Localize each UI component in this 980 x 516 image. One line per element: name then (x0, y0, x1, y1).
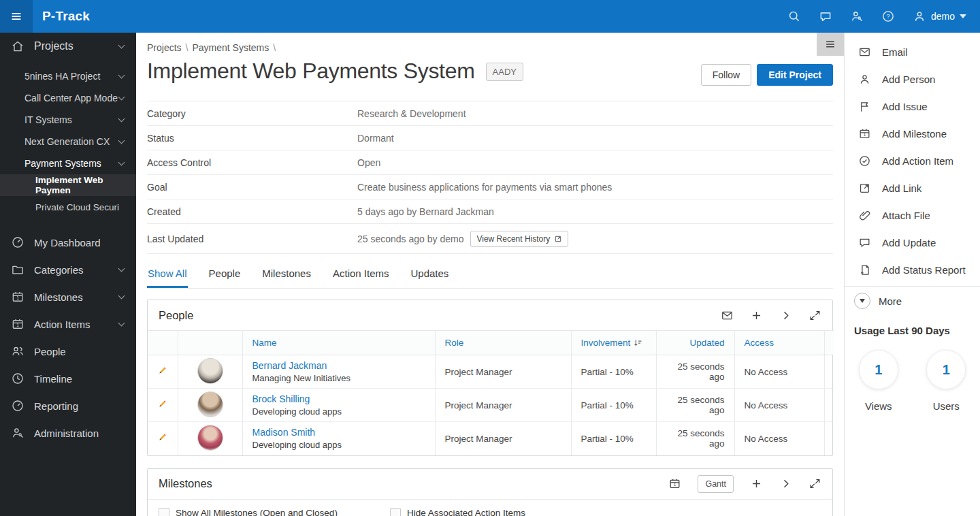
show-all-milestones-checkbox[interactable]: Show All Milestones (Open and Closed) (159, 508, 390, 516)
sidebar-item-reporting[interactable]: Reporting (0, 392, 136, 419)
gantt-button[interactable]: Gantt (698, 475, 734, 493)
caret-down-icon (960, 14, 966, 18)
menu-toggle-button[interactable] (0, 0, 33, 33)
action-add-update[interactable]: Add Update (845, 229, 980, 256)
usage-title: Usage Last 90 Days (845, 315, 980, 340)
action-add-status-report[interactable]: Add Status Report (845, 256, 980, 283)
avatar (197, 358, 223, 384)
column-header-updated[interactable]: Updated (656, 331, 734, 355)
detail-row-category: CategoryResearch & Development (147, 101, 833, 126)
sidebar-project-next-gen-cx[interactable]: Next Generation CX (0, 131, 136, 152)
search-icon[interactable] (787, 10, 801, 23)
tab-updates[interactable]: Updates (410, 263, 450, 288)
sidebar-subproject-implement-web-payments[interactable]: Implement Web Paymen (0, 174, 136, 196)
column-header-name[interactable]: Name (242, 331, 435, 355)
person-link[interactable]: Bernard Jackman (252, 360, 425, 371)
flag-icon (858, 100, 871, 113)
person-link[interactable]: Brock Shilling (252, 393, 425, 404)
chevron-down-icon (118, 320, 125, 327)
top-bar: P-Track ? demo (0, 0, 980, 33)
plus-icon[interactable] (750, 477, 763, 490)
person-icon (858, 73, 871, 86)
sidebar-item-timeline[interactable]: Timeline (0, 365, 136, 392)
tab-people[interactable]: People (208, 263, 242, 288)
column-header-access[interactable]: Access (734, 331, 824, 355)
chat-icon[interactable] (819, 10, 832, 23)
speech-bubble-icon (858, 236, 871, 249)
sidebar-item-projects[interactable]: Projects (0, 33, 136, 60)
sidebar-item-action-items[interactable]: 1 Action Items (0, 310, 136, 338)
milestones-panel-title: Milestones (159, 477, 212, 490)
email-icon[interactable] (721, 309, 734, 322)
chevron-right-icon[interactable] (779, 309, 792, 322)
column-header-role[interactable]: Role (435, 331, 571, 355)
sidebar-item-categories[interactable]: Categories (0, 256, 136, 283)
user-icon (913, 10, 926, 23)
breadcrumb-payment-systems[interactable]: Payment Systems (192, 42, 269, 53)
chevron-down-icon (118, 116, 125, 123)
table-row: Brock ShillingDeveloping cloud apps Proj… (148, 389, 834, 422)
action-add-person[interactable]: Add Person (845, 65, 980, 93)
tab-milestones[interactable]: Milestones (261, 263, 312, 288)
chevron-down-circle-icon (854, 293, 870, 309)
table-row: Bernard JackmanManaging New Initiatives … (148, 355, 834, 389)
person-subtitle: Developing cloud apps (252, 440, 425, 450)
sidebar-item-my-dashboard[interactable]: My Dashboard (0, 229, 136, 256)
edit-project-button[interactable]: Edit Project (757, 64, 833, 86)
view-recent-history-button[interactable]: View Recent History (470, 231, 568, 247)
sidebar-item-milestones[interactable]: 1 Milestones (0, 283, 136, 310)
person-wrench-icon (11, 426, 24, 440)
expand-icon[interactable] (808, 477, 821, 490)
hide-associated-action-items-checkbox[interactable]: Hide Associated Action Items (390, 508, 621, 516)
person-access: No Access (734, 389, 824, 422)
calendar-icon[interactable]: 1 (668, 477, 681, 490)
chevron-down-icon (118, 138, 125, 144)
svg-text:1: 1 (864, 132, 866, 137)
stat-users: 1 Users (913, 340, 980, 412)
action-email[interactable]: Email (845, 38, 980, 65)
page-title: Implement Web Payments System (147, 59, 475, 84)
more-button[interactable]: More (845, 287, 980, 315)
action-add-action-item[interactable]: Add Action Item (845, 147, 980, 174)
action-attach-file[interactable]: Attach File (845, 201, 980, 229)
sidebar-item-administration[interactable]: Administration (0, 419, 136, 447)
user-menu[interactable]: demo (913, 10, 966, 23)
plus-icon[interactable] (750, 309, 763, 322)
person-link[interactable]: Madison Smith (252, 427, 425, 438)
milestones-panel: Milestones 1 Gantt Show All Milestones (… (147, 468, 833, 516)
people-table: Name Role Involvement Updated Access (148, 330, 834, 455)
tab-action-items[interactable]: Action Items (332, 263, 390, 288)
svg-text:1: 1 (674, 482, 676, 487)
tab-show-all[interactable]: Show All (147, 263, 188, 288)
calendar-icon: 1 (11, 317, 24, 331)
stat-views: 1 Views (845, 340, 913, 412)
edit-pencil-icon[interactable] (157, 398, 168, 410)
sidebar-project-5nines[interactable]: 5nines HA Project (0, 65, 136, 87)
chevron-right-icon[interactable] (779, 477, 792, 490)
sidebar-project-payment-systems[interactable]: Payment Systems (0, 152, 136, 174)
edit-pencil-icon[interactable] (157, 365, 168, 376)
follow-button[interactable]: Follow (701, 64, 751, 86)
sidebar-item-people[interactable]: People (0, 338, 136, 365)
expand-icon[interactable] (808, 309, 821, 322)
help-icon[interactable]: ? (881, 10, 895, 23)
breadcrumb-projects[interactable]: Projects (147, 42, 182, 53)
admin-tools-icon[interactable] (850, 10, 864, 23)
right-panel-toggle-button[interactable] (817, 33, 844, 56)
edit-pencil-icon[interactable] (157, 432, 168, 443)
project-code-badge: AADY (486, 63, 523, 81)
file-plus-icon (858, 263, 871, 276)
sidebar-project-call-center[interactable]: Call Center App Mode (0, 87, 136, 109)
action-add-milestone[interactable]: 1 Add Milestone (845, 120, 980, 147)
sidebar-subproject-private-cloud[interactable]: Private Cloud Securi (0, 196, 136, 218)
main-content: Projects\Payment Systems\ Implement Web … (136, 33, 844, 516)
column-header-involvement[interactable]: Involvement (571, 331, 656, 355)
action-add-link[interactable]: Add Link (845, 174, 980, 201)
person-role: Project Manager (435, 355, 571, 389)
person-subtitle: Developing cloud apps (252, 406, 425, 417)
sidebar-project-it-systems[interactable]: IT Systems (0, 109, 136, 131)
clock-icon (11, 372, 24, 385)
people-panel-title: People (159, 309, 193, 322)
action-add-issue[interactable]: Add Issue (845, 93, 980, 120)
person-updated: 25 seconds ago (656, 422, 734, 455)
